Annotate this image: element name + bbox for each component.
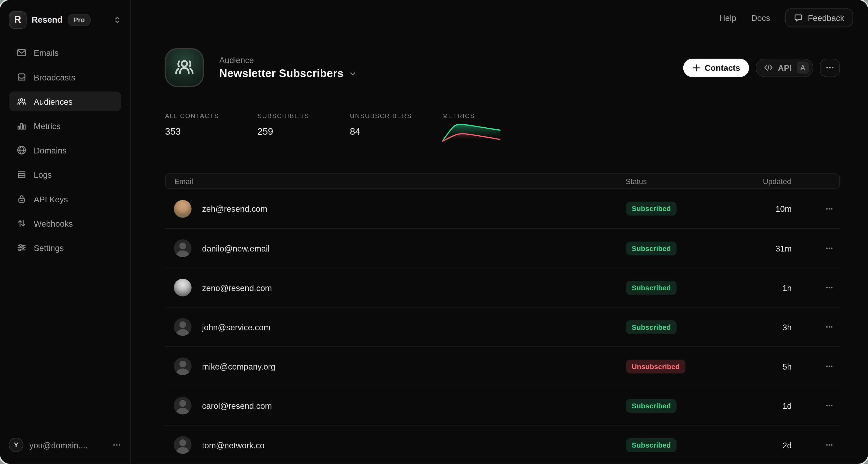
row-menu-button[interactable] (801, 284, 840, 291)
row-menu-button[interactable] (801, 362, 840, 370)
sidebar-item-webhooks[interactable]: Webhooks (9, 213, 121, 233)
status-badge: Unsubscribed (626, 359, 685, 373)
updated-time: 1d (751, 401, 801, 410)
contact-email: zeh@resend.com (202, 204, 268, 213)
logs-icon (16, 169, 27, 180)
sidebar-spacer (0, 258, 130, 434)
table-row[interactable]: zeh@resend.com Subscribed 10m (165, 189, 840, 228)
stage: R Resend Pro Emails Broadcasts Audiences (0, 0, 868, 464)
stats-row: ALL CONTACTS 353 SUBSCRIBERS 259 UNSUBSC… (165, 113, 840, 142)
workspace-switcher[interactable]: R Resend Pro (0, 9, 130, 31)
audience-avatar (165, 48, 204, 87)
chat-bubble-icon (794, 13, 803, 22)
sidebar-item-emails[interactable]: Emails (9, 42, 121, 63)
updated-time: 31m (751, 243, 801, 253)
ellipsis-icon[interactable] (113, 441, 121, 450)
ellipsis-icon (826, 63, 834, 72)
api-button[interactable]: API A (755, 59, 813, 77)
status-badge: Subscribed (626, 281, 676, 295)
updated-time: 5h (751, 361, 801, 371)
sidebar-item-label: Webhooks (34, 219, 73, 228)
contact-avatar (174, 397, 192, 415)
contact-email: danilo@new.email (202, 243, 270, 253)
docs-link[interactable]: Docs (751, 13, 770, 22)
more-options-button[interactable] (820, 59, 840, 77)
stat-all-contacts: ALL CONTACTS 353 (165, 113, 257, 142)
sidebar-nav: Emails Broadcasts Audiences Metrics Doma… (0, 42, 130, 258)
sidebar-item-audiences[interactable]: Audiences (9, 91, 121, 112)
sidebar-item-metrics[interactable]: Metrics (9, 116, 121, 136)
contact-avatar (174, 279, 192, 296)
sidebar-item-domains[interactable]: Domains (9, 140, 121, 160)
feedback-button[interactable]: Feedback (785, 8, 853, 27)
sidebar-item-settings[interactable]: Settings (9, 238, 121, 258)
stat-label: SUBSCRIBERS (257, 113, 350, 119)
code-icon (764, 64, 773, 71)
row-menu-button[interactable] (801, 323, 840, 331)
updated-time: 1h (751, 283, 801, 292)
row-menu-button[interactable] (801, 441, 840, 449)
sidebar-item-label: API Keys (34, 194, 68, 204)
row-menu-button[interactable] (801, 205, 840, 212)
keyboard-shortcut-badge: A (797, 61, 809, 74)
broadcast-icon (16, 71, 27, 83)
stat-value: 353 (165, 126, 257, 137)
contacts-table: Email Status Updated zeh@resend.com Subs… (165, 173, 840, 464)
sidebar-item-label: Settings (34, 243, 64, 253)
plan-badge: Pro (68, 14, 91, 26)
contact-avatar (174, 357, 192, 375)
sidebar-item-broadcasts[interactable]: Broadcasts (9, 67, 121, 87)
ellipsis-icon (826, 284, 833, 291)
table-row[interactable]: zeno@resend.com Subscribed 1h (165, 268, 840, 307)
sidebar-item-api-keys[interactable]: API Keys (9, 189, 121, 209)
row-menu-button[interactable] (801, 244, 840, 252)
sidebar-item-logs[interactable]: Logs (9, 165, 121, 184)
main-content: Help Docs Feedback (131, 0, 868, 464)
contact-email: mike@company.org (202, 361, 276, 371)
chevron-up-down-icon[interactable] (114, 16, 121, 24)
contact-avatar (174, 239, 192, 257)
ellipsis-icon (826, 402, 833, 410)
sidebar: R Resend Pro Emails Broadcasts Audiences (0, 0, 131, 464)
help-link[interactable]: Help (719, 13, 736, 22)
metrics-sparkline (442, 122, 501, 142)
contact-avatar (174, 436, 192, 454)
row-menu-button[interactable] (801, 402, 840, 410)
user-menu[interactable]: Y you@domain.... (9, 434, 121, 456)
contact-email: carol@resend.com (202, 401, 272, 410)
table-row[interactable]: mike@company.org Unsubscribed 5h (165, 346, 840, 386)
page-eyebrow: Audience (219, 55, 356, 65)
page-titles: Audience Newsletter Subscribers (219, 55, 356, 80)
ellipsis-icon (826, 205, 833, 212)
ellipsis-icon (826, 244, 833, 252)
page-header-left: Audience Newsletter Subscribers (165, 48, 355, 87)
audiences-icon (16, 96, 27, 107)
sidebar-item-label: Broadcasts (34, 72, 75, 82)
status-badge: Subscribed (626, 202, 676, 215)
table-row[interactable]: danilo@new.email Subscribed 31m (165, 228, 840, 268)
top-nav: Help Docs Feedback (719, 8, 853, 27)
api-label: API (778, 63, 792, 72)
table-row[interactable]: tom@network.co Subscribed 2d (165, 425, 840, 464)
stat-label: METRICS (442, 113, 501, 119)
globe-icon (16, 145, 27, 156)
sidebar-item-label: Audiences (34, 96, 72, 106)
arrows-up-down-icon (16, 218, 27, 229)
page-header: Audience Newsletter Subscribers Contacts… (165, 48, 840, 87)
feedback-label: Feedback (808, 13, 844, 22)
table-row[interactable]: john@service.com Subscribed 3h (165, 307, 840, 346)
contact-avatar (174, 200, 192, 218)
sidebar-item-label: Logs (34, 170, 52, 179)
sidebar-item-label: Emails (34, 48, 59, 57)
app-window: R Resend Pro Emails Broadcasts Audiences (0, 0, 868, 464)
stat-subscribers: SUBSCRIBERS 259 (257, 113, 350, 142)
add-contacts-button[interactable]: Contacts (683, 59, 749, 77)
add-contacts-label: Contacts (705, 63, 740, 72)
bar-chart-icon (16, 120, 27, 131)
chevron-down-icon[interactable] (349, 70, 356, 77)
table-row[interactable]: carol@resend.com Subscribed 1d (165, 386, 840, 425)
table-header: Email Status Updated (165, 173, 840, 189)
contact-email: john@service.com (202, 322, 271, 331)
contact-email: zeno@resend.com (202, 283, 272, 292)
stat-unsubscribers: UNSUBSCRIBERS 84 (350, 113, 442, 142)
